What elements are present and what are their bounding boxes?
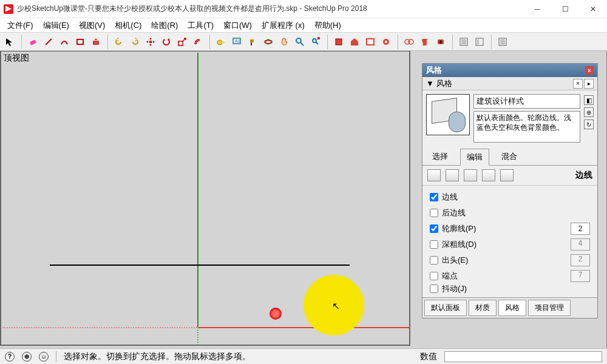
component-icon[interactable] xyxy=(331,35,346,49)
move-tool-icon[interactable] xyxy=(143,35,158,49)
close-button[interactable]: ✕ xyxy=(579,0,607,18)
profiles-value[interactable] xyxy=(571,223,590,235)
status-hint: 选择对象。切换到扩充选择。拖动鼠标选择多项。 xyxy=(64,351,251,362)
help-icon[interactable]: ? xyxy=(5,352,15,362)
text-tool-icon[interactable]: A1 xyxy=(229,35,244,49)
menu-draw[interactable]: 绘图(R) xyxy=(146,19,183,32)
drawn-line[interactable] xyxy=(50,265,350,266)
tray-bottom-tabs: 默认面板 材质 风格 项目管理 xyxy=(422,297,597,318)
rotate-tool-icon[interactable] xyxy=(159,35,174,49)
arc-tool-icon[interactable] xyxy=(57,35,72,49)
panel-menu-icon[interactable]: ▸ xyxy=(584,79,594,89)
svg-rect-0 xyxy=(30,39,37,46)
maximize-button[interactable]: ☐ xyxy=(551,0,579,18)
btab-materials[interactable]: 材质 xyxy=(469,300,497,316)
watermark-settings-icon[interactable] xyxy=(482,169,495,181)
style-refresh-icon[interactable]: ↻ xyxy=(584,120,594,129)
tab-edit[interactable]: 编辑 xyxy=(460,149,489,166)
svg-rect-7 xyxy=(222,42,225,43)
style-name-input[interactable]: 建筑设计样式 xyxy=(473,94,580,109)
eraser-tool-icon[interactable] xyxy=(25,35,40,49)
panel-header[interactable]: ▼ 风格 × ▸ xyxy=(422,77,597,90)
plugin2-icon[interactable] xyxy=(418,35,432,49)
panel-close-icon[interactable]: × xyxy=(573,79,583,89)
plugin1-icon[interactable] xyxy=(402,35,416,49)
app-icon xyxy=(4,4,13,14)
axis-green-dotted xyxy=(197,327,198,345)
depth-label: 深粗线(D) xyxy=(442,239,476,250)
menu-extensions[interactable]: 扩展程序 (x) xyxy=(257,19,310,32)
select-tool-icon[interactable] xyxy=(2,35,17,49)
rectangle-tool-icon[interactable] xyxy=(73,35,87,49)
svg-point-17 xyxy=(385,41,387,43)
menu-view[interactable]: 视图(V) xyxy=(74,19,110,32)
axis-green xyxy=(197,53,198,327)
pan-tool-icon[interactable] xyxy=(277,35,291,49)
tray-close-icon[interactable]: × xyxy=(585,66,594,75)
menu-tools[interactable]: 工具(T) xyxy=(183,19,219,32)
plugin3-icon[interactable] xyxy=(433,35,448,49)
line-tool-icon[interactable] xyxy=(41,35,56,49)
endpoints-checkbox[interactable] xyxy=(430,272,438,280)
tab-mix[interactable]: 混合 xyxy=(495,149,523,165)
layout-icon[interactable] xyxy=(363,35,378,49)
orbit-tool-icon[interactable] xyxy=(261,35,276,49)
offset-tool-icon[interactable] xyxy=(191,35,205,49)
tape-tool-icon[interactable] xyxy=(214,35,228,49)
menu-help[interactable]: 帮助(H) xyxy=(310,19,346,32)
style-preview-row: 建筑设计样式 默认表面颜色。轮廓边线。浅蓝色天空和灰色背景颜色。 ◧ ⊕ ↻ xyxy=(422,90,597,146)
menu-edit[interactable]: 编辑(E) xyxy=(38,19,74,32)
style-description[interactable]: 默认表面颜色。轮廓边线。浅蓝色天空和灰色背景颜色。 xyxy=(473,111,580,143)
style-update-icon[interactable]: ◧ xyxy=(584,95,594,105)
pushpull-tool-icon[interactable] xyxy=(89,35,103,49)
back-edges-checkbox[interactable] xyxy=(430,209,438,217)
btab-project[interactable]: 项目管理 xyxy=(528,300,571,316)
jitter-checkbox[interactable] xyxy=(430,285,438,293)
edge-options: 边线 后边线 轮廓线(P) 深粗线(D)4 出头(E)2 端点7 抖动(J) xyxy=(422,186,597,297)
style-create-icon[interactable]: ⊕ xyxy=(584,107,594,117)
undo-icon[interactable] xyxy=(112,35,126,49)
redo-icon[interactable] xyxy=(127,35,142,49)
extension-icon[interactable] xyxy=(379,35,393,49)
zoom-tool-icon[interactable] xyxy=(293,35,307,49)
endpoints-value: 7 xyxy=(571,270,590,282)
modeling-settings-icon[interactable] xyxy=(500,169,514,181)
back-edges-label: 后边线 xyxy=(442,207,466,218)
edge-settings-icon[interactable] xyxy=(427,169,441,181)
style-thumbnail[interactable] xyxy=(426,94,470,135)
svg-rect-15 xyxy=(367,39,374,45)
styles-tray[interactable]: 风格 × ▼ 风格 × ▸ 建筑设计样式 默认表面颜色。轮廓边线。浅蓝色天空和灰… xyxy=(422,63,598,318)
layers-icon[interactable] xyxy=(472,35,487,49)
view-label: 顶视图 xyxy=(4,53,29,64)
background-settings-icon[interactable] xyxy=(464,169,477,181)
tab-select[interactable]: 选择 xyxy=(426,149,454,165)
depth-checkbox[interactable] xyxy=(430,240,438,249)
paint-tool-icon[interactable] xyxy=(245,35,260,49)
face-settings-icon[interactable] xyxy=(446,169,459,181)
zoom-extents-icon[interactable] xyxy=(308,35,323,49)
scale-tool-icon[interactable] xyxy=(175,35,189,49)
outliner-icon[interactable] xyxy=(456,35,471,49)
style-tabs: 选择 编辑 混合 xyxy=(422,146,597,166)
warehouse-icon[interactable] xyxy=(347,35,362,49)
extension-checkbox[interactable] xyxy=(430,256,438,265)
collapse-icon[interactable]: ▼ xyxy=(426,79,434,88)
geo-icon[interactable]: ⊕ xyxy=(22,352,32,362)
viewport[interactable]: 顶视图 ↖ xyxy=(0,51,410,346)
btab-default[interactable]: 默认面板 xyxy=(424,300,467,316)
vcb-input[interactable] xyxy=(444,351,602,362)
vcb-label: 数值 xyxy=(420,351,437,362)
menu-window[interactable]: 窗口(W) xyxy=(219,19,257,32)
toolbar-separator xyxy=(18,35,22,49)
profiles-checkbox[interactable] xyxy=(430,224,438,233)
user-icon[interactable]: ☺ xyxy=(39,352,49,362)
menu-camera[interactable]: 相机(C) xyxy=(110,19,146,32)
endpoints-label: 端点 xyxy=(442,271,458,281)
jitter-label: 抖动(J) xyxy=(442,284,467,294)
edges-checkbox[interactable] xyxy=(430,193,438,201)
btab-styles[interactable]: 风格 xyxy=(498,300,526,316)
menu-file[interactable]: 文件(F) xyxy=(2,19,38,32)
tray-titlebar[interactable]: 风格 × xyxy=(422,64,597,77)
list-icon[interactable] xyxy=(495,35,510,49)
minimize-button[interactable]: ─ xyxy=(523,0,551,18)
